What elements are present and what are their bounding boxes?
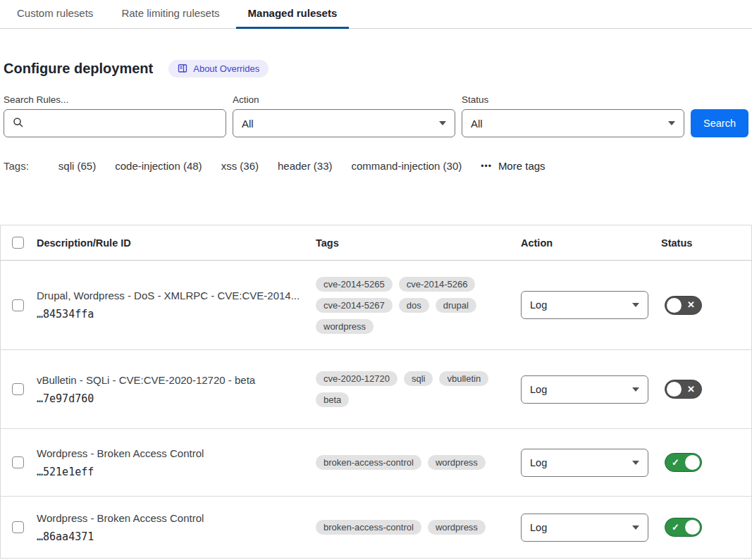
action-filter-select[interactable]: All bbox=[233, 109, 455, 137]
rule-title: vBulletin - SQLi - CVE:CVE-2020-12720 - … bbox=[37, 374, 302, 386]
action-field-label: Action bbox=[233, 94, 455, 105]
page-title: Configure deployment bbox=[4, 61, 153, 77]
tag-filter-header[interactable]: header (33) bbox=[278, 160, 333, 172]
table-row: Wordpress - Broken Access Control …86aa4… bbox=[1, 497, 751, 559]
chevron-down-icon bbox=[632, 387, 639, 392]
select-all-checkbox[interactable] bbox=[12, 237, 24, 249]
heading-row: Configure deployment About Overrides bbox=[4, 58, 752, 78]
chevron-down-icon bbox=[439, 121, 446, 125]
rule-description-cell: Wordpress - Broken Access Control …86aa4… bbox=[37, 512, 316, 543]
status-toggle[interactable]: ✕ bbox=[665, 380, 702, 399]
table-row: Drupal, Wordpress - DoS - XMLRPC - CVE:C… bbox=[1, 261, 751, 350]
about-overrides-label: About Overrides bbox=[193, 63, 259, 74]
about-overrides-badge[interactable]: About Overrides bbox=[168, 60, 269, 77]
row-checkbox[interactable] bbox=[12, 299, 24, 311]
tag-filter-code-injection[interactable]: code-injection (48) bbox=[115, 160, 202, 172]
rule-tags-cell: broken-access-control wordpress bbox=[316, 520, 521, 535]
tag-pill: cve-2020-12720 bbox=[316, 371, 397, 386]
search-button[interactable]: Search bbox=[691, 109, 748, 137]
toggle-knob bbox=[667, 382, 682, 397]
toggle-knob bbox=[667, 298, 682, 313]
rule-id: …84534ffa bbox=[37, 308, 302, 321]
rule-id: …7e97d760 bbox=[37, 392, 302, 405]
search-icon bbox=[13, 117, 24, 130]
x-icon: ✕ bbox=[687, 300, 695, 309]
rule-tags-cell: broken-access-control wordpress bbox=[316, 455, 521, 470]
rules-table: Description/Rule ID Tags Action Status D… bbox=[0, 225, 752, 559]
status-toggle[interactable]: ✓ bbox=[665, 518, 702, 537]
rule-action-value: Log bbox=[530, 522, 632, 533]
action-filter-value: All bbox=[242, 118, 439, 130]
x-icon: ✕ bbox=[687, 385, 695, 394]
column-header-tags: Tags bbox=[316, 237, 521, 249]
tag-pill: cve-2014-5267 bbox=[316, 298, 393, 313]
toggle-knob bbox=[685, 520, 700, 535]
tab-rate-limiting-rulesets[interactable]: Rate limiting rulesets bbox=[121, 0, 219, 29]
tag-pill: vbulletin bbox=[439, 371, 488, 386]
search-field-label: Search Rules... bbox=[4, 94, 226, 105]
status-field-group: Status All bbox=[462, 94, 684, 137]
tag-pill: broken-access-control bbox=[316, 455, 421, 470]
tags-bar-label: Tags: bbox=[4, 160, 29, 172]
column-header-action: Action bbox=[521, 237, 661, 249]
rule-description-cell: vBulletin - SQLi - CVE:CVE-2020-12720 - … bbox=[37, 374, 316, 405]
status-field-label: Status bbox=[462, 94, 684, 105]
ellipsis-icon: ••• bbox=[481, 161, 492, 171]
tag-filter-xss[interactable]: xss (36) bbox=[221, 160, 259, 172]
status-filter-value: All bbox=[471, 118, 668, 130]
tag-pill: cve-2014-5266 bbox=[399, 277, 476, 292]
tab-managed-rulesets[interactable]: Managed rulesets bbox=[236, 0, 350, 29]
rule-action-select[interactable]: Log bbox=[521, 375, 648, 404]
rule-action-value: Log bbox=[530, 384, 632, 395]
tag-pill: beta bbox=[316, 392, 349, 407]
tag-filter-command-injection[interactable]: command-injection (30) bbox=[352, 160, 462, 172]
tag-pill: wordpress bbox=[316, 319, 374, 334]
column-header-status: Status bbox=[661, 237, 751, 249]
status-filter-select[interactable]: All bbox=[462, 109, 684, 137]
more-tags-label: More tags bbox=[498, 160, 545, 172]
chevron-down-icon bbox=[632, 303, 639, 307]
rule-title: Wordpress - Broken Access Control bbox=[37, 447, 302, 459]
table-row: Wordpress - Broken Access Control …521e1… bbox=[1, 429, 751, 497]
toggle-knob bbox=[685, 455, 700, 470]
rule-action-select[interactable]: Log bbox=[521, 449, 648, 477]
search-input-box[interactable] bbox=[4, 109, 226, 137]
tag-pill: broken-access-control bbox=[316, 520, 421, 535]
table-header-row: Description/Rule ID Tags Action Status bbox=[1, 225, 751, 261]
chevron-down-icon bbox=[632, 461, 639, 465]
row-checkbox[interactable] bbox=[12, 383, 24, 395]
tab-custom-rulesets[interactable]: Custom rulesets bbox=[17, 0, 93, 29]
tag-filter-sqli[interactable]: sqli (65) bbox=[58, 160, 96, 172]
status-toggle[interactable]: ✓ bbox=[665, 453, 702, 472]
chevron-down-icon bbox=[668, 121, 675, 125]
tags-bar: Tags: sqli (65) code-injection (48) xss … bbox=[4, 160, 752, 172]
rule-description-cell: Drupal, Wordpress - DoS - XMLRPC - CVE:C… bbox=[37, 290, 316, 321]
rule-title: Wordpress - Broken Access Control bbox=[37, 512, 302, 524]
tag-pill: wordpress bbox=[428, 455, 486, 470]
search-field-group: Search Rules... bbox=[4, 94, 226, 137]
chevron-down-icon bbox=[632, 525, 639, 530]
rule-id: …521e1eff bbox=[37, 466, 302, 478]
rule-action-select[interactable]: Log bbox=[521, 291, 648, 319]
tag-pill: dos bbox=[399, 298, 429, 313]
row-checkbox[interactable] bbox=[12, 521, 24, 533]
rule-tags-cell: cve-2020-12720 sqli vbulletin beta bbox=[316, 371, 521, 407]
rule-action-value: Log bbox=[530, 457, 632, 468]
tag-pill: wordpress bbox=[428, 520, 486, 535]
ruleset-tabs: Custom rulesets Rate limiting rulesets M… bbox=[0, 0, 752, 29]
search-input[interactable] bbox=[30, 118, 217, 130]
rule-title: Drupal, Wordpress - DoS - XMLRPC - CVE:C… bbox=[37, 290, 302, 301]
tag-pill: sqli bbox=[404, 371, 433, 386]
more-tags-button[interactable]: ••• More tags bbox=[481, 160, 545, 172]
rule-description-cell: Wordpress - Broken Access Control …521e1… bbox=[37, 447, 316, 478]
row-checkbox[interactable] bbox=[12, 456, 24, 468]
tag-pill: drupal bbox=[436, 298, 476, 313]
rule-action-select[interactable]: Log bbox=[521, 514, 648, 542]
rule-tags-cell: cve-2014-5265 cve-2014-5266 cve-2014-526… bbox=[316, 277, 521, 334]
filter-bar: Search Rules... Action All Status bbox=[4, 94, 748, 137]
status-toggle[interactable]: ✕ bbox=[665, 296, 702, 315]
check-icon: ✓ bbox=[672, 523, 679, 532]
table-row: vBulletin - SQLi - CVE:CVE-2020-12720 - … bbox=[1, 350, 751, 429]
managed-rulesets-page: Custom rulesets Rate limiting rulesets M… bbox=[0, 0, 752, 559]
rule-action-value: Log bbox=[530, 299, 632, 311]
